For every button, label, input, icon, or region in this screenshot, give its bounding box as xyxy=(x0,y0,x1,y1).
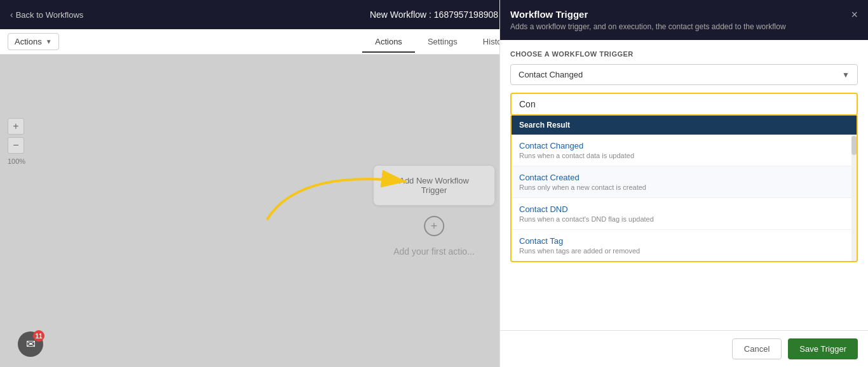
save-trigger-button[interactable]: Save Trigger xyxy=(788,338,858,359)
panel-close-button[interactable]: × xyxy=(851,9,858,20)
result-item-title-2: Contact DND xyxy=(519,204,844,214)
result-item-desc-2: Runs when a contact's DND flag is update… xyxy=(519,215,844,223)
workflow-title: New Workflow : 1687957198908 xyxy=(370,10,498,20)
chat-widget[interactable]: ✉ 11 xyxy=(18,331,43,357)
tab-actions[interactable]: Actions xyxy=(362,32,415,53)
result-item-title-3: Contact Tag xyxy=(519,236,844,246)
dropdown-chevron-icon: ▼ xyxy=(842,70,850,79)
add-action-text: Add your first actio... xyxy=(393,246,475,257)
panel-subtitle: Adds a workflow trigger, and on executio… xyxy=(510,22,786,31)
result-item-title-1: Contact Created xyxy=(519,173,844,182)
tab-settings[interactable]: Settings xyxy=(415,32,470,53)
cancel-button[interactable]: Cancel xyxy=(732,338,782,359)
result-item-desc-0: Runs when a contact data is updated xyxy=(519,152,844,159)
back-to-workflows-link[interactable]: ‹ Back to Workflows xyxy=(10,10,83,20)
search-result-header: Search Result xyxy=(512,116,857,135)
zoom-controls: + − 100% xyxy=(8,118,25,165)
back-arrow-icon: ‹ xyxy=(10,10,13,20)
results-wrapper: Contact Changed Runs when a contact data… xyxy=(512,135,857,261)
chat-badge: 11 xyxy=(33,330,44,342)
result-item-3[interactable]: Contact Tag Runs when tags are added or … xyxy=(512,230,851,261)
panel-body: CHOOSE A WORKFLOW TRIGGER Contact Change… xyxy=(500,40,868,330)
search-results-panel: Search Result Contact Changed Runs when … xyxy=(510,116,858,262)
actions-label: Actions xyxy=(15,37,42,46)
back-label: Back to Workflows xyxy=(16,10,84,20)
trigger-dropdown[interactable]: Contact Changed ▼ xyxy=(510,64,858,85)
chevron-down-icon: ▼ xyxy=(46,38,52,45)
zoom-in-button[interactable]: + xyxy=(8,118,24,135)
panel-header-left: Workflow Trigger Adds a workflow trigger… xyxy=(510,9,786,31)
panel-title: Workflow Trigger xyxy=(510,9,786,20)
scrollbar-thumb[interactable] xyxy=(851,136,857,155)
trigger-box[interactable]: Add New Workflow Trigger xyxy=(373,165,495,206)
result-item-desc-1: Runs only when a new contact is created xyxy=(519,184,844,191)
choose-trigger-label: CHOOSE A WORKFLOW TRIGGER xyxy=(510,50,858,58)
zoom-out-button[interactable]: − xyxy=(8,137,24,154)
dropdown-value: Contact Changed xyxy=(519,70,583,79)
panel-header: Workflow Trigger Adds a workflow trigger… xyxy=(500,0,868,40)
trigger-box-line1: Add New Workflow xyxy=(399,176,469,185)
canvas-content: Add New Workflow Trigger + Add your firs… xyxy=(373,165,495,257)
result-item-1[interactable]: Contact Created Runs only when a new con… xyxy=(512,166,851,198)
result-item-title-0: Contact Changed xyxy=(519,141,844,150)
trigger-box-line2: Trigger xyxy=(399,185,469,195)
result-item-0[interactable]: Contact Changed Runs when a contact data… xyxy=(512,135,851,166)
trigger-search-input[interactable] xyxy=(512,94,857,114)
scrollbar[interactable] xyxy=(851,135,857,261)
results-list: Contact Changed Runs when a contact data… xyxy=(512,135,851,261)
add-action-circle[interactable]: + xyxy=(424,216,444,236)
zoom-level: 100% xyxy=(8,157,25,165)
result-item-desc-3: Runs when tags are added or removed xyxy=(519,247,844,255)
right-panel: Workflow Trigger Adds a workflow trigger… xyxy=(499,0,868,367)
search-result-label: Search Result xyxy=(519,121,570,130)
panel-footer: Cancel Save Trigger xyxy=(500,330,868,367)
result-item-2[interactable]: Contact DND Runs when a contact's DND fl… xyxy=(512,198,851,230)
search-container xyxy=(510,93,858,116)
actions-button[interactable]: Actions ▼ xyxy=(8,33,59,50)
